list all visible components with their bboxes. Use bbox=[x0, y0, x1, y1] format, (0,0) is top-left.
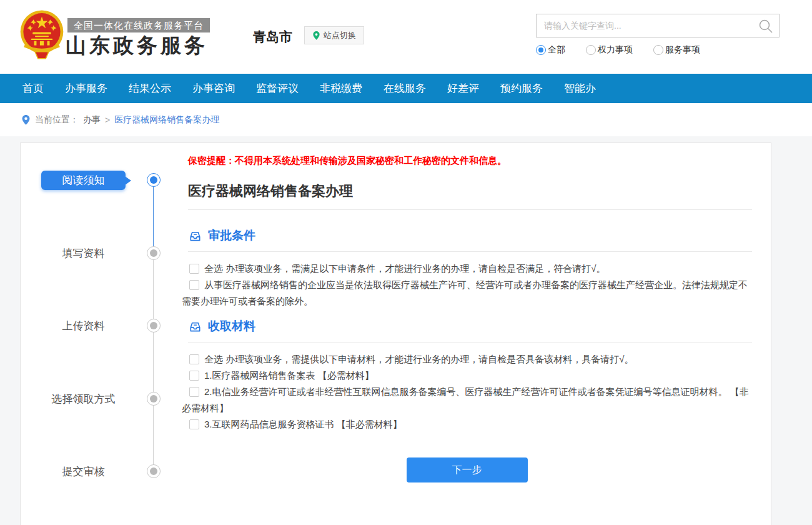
checklist-item: 全选 办理该项业务，需提供以下申请材料，才能进行业务的办理，请自检是否具备该材料… bbox=[182, 351, 752, 368]
content-background: 阅读须知 填写资料 上传资料 选择领取方式 提交审核 保密提醒：不得用本系统处理… bbox=[0, 136, 812, 525]
nav-item-0[interactable]: 首页 bbox=[22, 81, 44, 96]
checklist-item: 从事医疗器械网络销售的企业应当是依法取得医疗器械生产许可、经营许可或者办理备案的… bbox=[182, 277, 752, 309]
page: 全国一体化在线政务服务平台 山东政务服务 青岛市 站点切换 全部 权力事项 服务… bbox=[0, 0, 812, 525]
radio-icon[interactable] bbox=[536, 45, 546, 55]
nav-item-8[interactable]: 预约服务 bbox=[500, 81, 543, 96]
divider bbox=[188, 251, 752, 252]
step-dot-icon bbox=[147, 464, 161, 478]
filter-label: 服务事项 bbox=[665, 44, 700, 56]
breadcrumb-link-banshi[interactable]: 办事 bbox=[83, 114, 101, 126]
security-warning: 保密提醒：不得用本系统处理和传输涉及国家秘密和工作秘密的文件和信息。 bbox=[188, 154, 752, 167]
checklist-text: 2.电信业务经营许可证或者非经营性互联网信息服务备案编号、医疗器械生产经营许可证… bbox=[182, 386, 749, 413]
divider bbox=[188, 209, 752, 210]
checklist: 全选 办理该项业务，需提供以下申请材料，才能进行业务的办理，请自检是否具备该材料… bbox=[182, 351, 752, 432]
step-item-2[interactable]: 上传资料 bbox=[21, 316, 182, 336]
content-section: 收取材料 全选 办理该项业务，需提供以下申请材料，才能进行业务的办理，请自检是否… bbox=[182, 318, 752, 432]
nav-item-7[interactable]: 好差评 bbox=[447, 81, 479, 96]
button-row: 下一步 bbox=[182, 458, 752, 482]
sections-container: 审批条件 全选 办理该项业务，需满足以下申请条件，才能进行业务的办理，请自检是否… bbox=[182, 228, 752, 432]
step-label: 填写资料 bbox=[41, 244, 126, 263]
search-input[interactable] bbox=[537, 14, 779, 37]
checklist-text: 1.医疗器械网络销售备案表 【必需材料】 bbox=[204, 370, 374, 381]
step-label: 阅读须知 bbox=[41, 171, 126, 190]
step-label: 选择领取方式 bbox=[41, 389, 126, 409]
header: 全国一体化在线政务服务平台 山东政务服务 青岛市 站点切换 全部 权力事项 服务… bbox=[0, 0, 812, 74]
checklist-text: 从事医疗器械网络销售的企业应当是依法取得医疗器械生产许可、经营许可或者办理备案的… bbox=[182, 279, 748, 306]
checkbox[interactable] bbox=[189, 264, 199, 274]
step-dot-icon bbox=[147, 319, 161, 332]
location-pin-icon bbox=[312, 31, 320, 41]
checklist-item: 全选 办理该项业务，需满足以下申请条件，才能进行业务的办理，请自检是否满足，符合… bbox=[182, 261, 752, 277]
search-filter-radio[interactable]: 全部 bbox=[536, 44, 565, 56]
step-label: 提交审核 bbox=[41, 462, 126, 481]
step-label: 上传资料 bbox=[41, 316, 126, 336]
filter-label: 权力事项 bbox=[598, 44, 633, 56]
filter-label: 全部 bbox=[548, 44, 565, 56]
section-title: 审批条件 bbox=[208, 228, 255, 244]
checklist-text: 全选 办理该项业务，需提供以下申请材料，才能进行业务的办理，请自检是否具备该材料… bbox=[204, 354, 633, 364]
location-pin-icon bbox=[21, 114, 31, 126]
step-item-1[interactable]: 填写资料 bbox=[21, 244, 182, 263]
checkbox[interactable] bbox=[189, 354, 199, 364]
step-item-3[interactable]: 选择领取方式 bbox=[21, 389, 182, 409]
checklist-text: 全选 办理该项业务，需满足以下申请条件，才能进行业务的办理，请自检是否满足，符合… bbox=[204, 263, 605, 274]
step-dot-icon bbox=[147, 246, 161, 260]
content-section: 审批条件 全选 办理该项业务，需满足以下申请条件，才能进行业务的办理，请自检是否… bbox=[182, 228, 752, 309]
main-nav: 首页办事服务结果公示办事咨询监督评议非税缴费在线服务好差评预约服务智能办 bbox=[0, 74, 812, 103]
section-heading: 收取材料 bbox=[188, 318, 752, 334]
radio-icon[interactable] bbox=[653, 45, 663, 55]
tray-icon bbox=[188, 229, 202, 243]
next-step-button[interactable]: 下一步 bbox=[407, 458, 528, 482]
breadcrumb-separator: > bbox=[105, 115, 110, 125]
city-name: 青岛市 bbox=[253, 28, 292, 46]
timeline-line bbox=[153, 253, 154, 471]
content-panel: 阅读须知 填写资料 上传资料 选择领取方式 提交审核 保密提醒：不得用本系统处理… bbox=[20, 142, 771, 525]
tray-icon bbox=[188, 319, 202, 334]
breadcrumb-current[interactable]: 医疗器械网络销售备案办理 bbox=[114, 114, 219, 126]
nav-item-3[interactable]: 办事咨询 bbox=[192, 81, 235, 96]
search-icon[interactable] bbox=[758, 18, 774, 34]
page-title: 医疗器械网络销售备案办理 bbox=[188, 182, 752, 201]
nav-item-1[interactable]: 办事服务 bbox=[65, 81, 107, 96]
site-switch-label: 站点切换 bbox=[324, 30, 356, 41]
checkbox[interactable] bbox=[189, 371, 199, 381]
checkbox[interactable] bbox=[189, 419, 199, 429]
nav-item-6[interactable]: 在线服务 bbox=[384, 81, 426, 96]
search-filter-radio[interactable]: 权力事项 bbox=[586, 44, 633, 56]
radio-icon[interactable] bbox=[586, 45, 596, 55]
checklist-item: 1.医疗器械网络销售备案表 【必需材料】 bbox=[182, 368, 752, 384]
nav-item-2[interactable]: 结果公示 bbox=[129, 81, 171, 96]
step-item-0[interactable]: 阅读须知 bbox=[21, 171, 182, 190]
steps-sidebar: 阅读须知 填写资料 上传资料 选择领取方式 提交审核 bbox=[21, 143, 182, 525]
search-filter-group: 全部 权力事项 服务事项 bbox=[536, 44, 700, 56]
search-filter-radio[interactable]: 服务事项 bbox=[653, 44, 700, 56]
step-dot-icon bbox=[147, 173, 161, 187]
timeline-line-active bbox=[153, 180, 154, 253]
nav-item-9[interactable]: 智能办 bbox=[564, 81, 596, 96]
section-heading: 审批条件 bbox=[188, 228, 752, 244]
checkbox[interactable] bbox=[189, 280, 199, 290]
breadcrumb: 当前位置： 办事 > 医疗器械网络销售备案办理 bbox=[0, 103, 812, 136]
divider bbox=[188, 342, 752, 342]
search-box bbox=[536, 14, 780, 38]
main-content: 保密提醒：不得用本系统处理和传输涉及国家秘密和工作秘密的文件和信息。 医疗器械网… bbox=[182, 143, 752, 482]
section-title: 收取材料 bbox=[208, 318, 255, 334]
step-item-4[interactable]: 提交审核 bbox=[21, 462, 182, 481]
checklist: 全选 办理该项业务，需满足以下申请条件，才能进行业务的办理，请自检是否满足，符合… bbox=[182, 261, 752, 309]
site-switch-button[interactable]: 站点切换 bbox=[304, 26, 364, 44]
step-dot-icon bbox=[147, 392, 161, 406]
checkbox[interactable] bbox=[189, 387, 199, 397]
nav-item-4[interactable]: 监督评议 bbox=[256, 81, 299, 96]
breadcrumb-prefix: 当前位置： bbox=[35, 114, 79, 126]
site-title: 山东政务服务 bbox=[66, 32, 208, 60]
nav-item-5[interactable]: 非税缴费 bbox=[320, 81, 362, 96]
national-emblem-logo bbox=[17, 8, 66, 63]
platform-badge: 全国一体化在线政务服务平台 bbox=[67, 18, 210, 32]
checklist-text: 3.互联网药品信息服务资格证书 【非必需材料】 bbox=[204, 419, 402, 429]
checklist-item: 3.互联网药品信息服务资格证书 【非必需材料】 bbox=[182, 416, 752, 432]
checklist-item: 2.电信业务经营许可证或者非经营性互联网信息服务备案编号、医疗器械生产经营许可证… bbox=[182, 384, 752, 416]
